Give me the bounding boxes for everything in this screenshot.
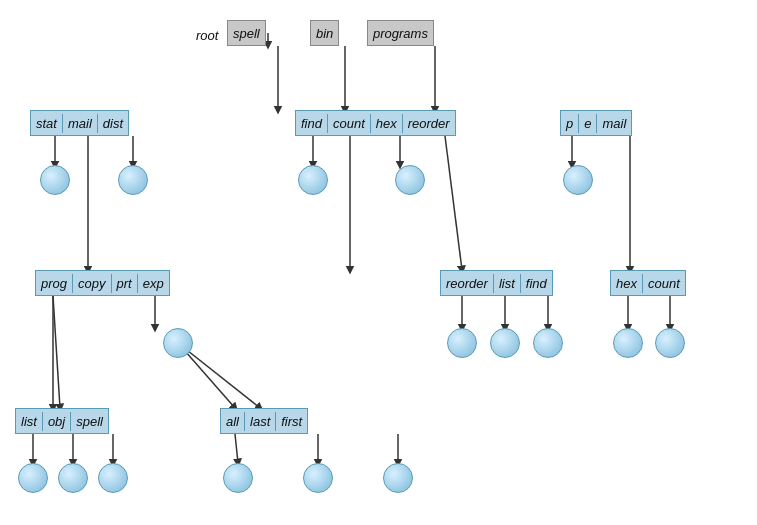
obj-circle	[58, 463, 88, 493]
mail-children-box: prog copy prt exp	[35, 270, 170, 296]
root-label: root	[196, 28, 218, 43]
programs-label: programs	[368, 24, 433, 43]
stat-circle	[40, 165, 70, 195]
exp-children-box: all last first	[220, 408, 308, 434]
dist-label: dist	[98, 114, 128, 133]
spell-children-box: stat mail dist	[30, 110, 129, 136]
dist-circle	[118, 165, 148, 195]
reorder-group-box: reorder list find	[440, 270, 553, 296]
list2-circle	[18, 463, 48, 493]
spell-box: spell	[227, 20, 266, 46]
reorder2-label: reorder	[441, 274, 494, 293]
count2-label: count	[643, 274, 685, 293]
svg-line-15	[178, 343, 260, 408]
first-label: first	[276, 412, 307, 431]
spell-label: spell	[228, 24, 265, 43]
list-circle	[490, 328, 520, 358]
hex-label: hex	[371, 114, 403, 133]
tree-container: root spell bin programs stat mail dist f…	[0, 0, 757, 525]
bin-box: bin	[310, 20, 339, 46]
list2-label: list	[16, 412, 43, 431]
svg-line-28	[53, 296, 60, 408]
bin-label: bin	[311, 24, 338, 43]
find2-label: find	[521, 274, 552, 293]
p-label: p	[561, 114, 579, 133]
find-label: find	[296, 114, 328, 133]
exp-circle	[163, 328, 193, 358]
svg-line-10	[445, 136, 462, 270]
spell2-label: spell	[71, 412, 108, 431]
hex-circle	[395, 165, 425, 195]
first-circle	[383, 463, 413, 493]
obj-label: obj	[43, 412, 71, 431]
prog-label: prog	[36, 274, 73, 293]
copy-label: copy	[73, 274, 111, 293]
count2-circle	[655, 328, 685, 358]
programs-box: programs	[367, 20, 434, 46]
all-label: all	[221, 412, 245, 431]
spell2-circle	[98, 463, 128, 493]
last-label: last	[245, 412, 276, 431]
prt-label: prt	[112, 274, 138, 293]
hex2-label: hex	[611, 274, 643, 293]
prog-children-box: list obj spell	[15, 408, 109, 434]
list-label: list	[494, 274, 521, 293]
exp-label: exp	[138, 274, 169, 293]
hex2-circle	[613, 328, 643, 358]
mail-label: mail	[63, 114, 98, 133]
find2-circle	[533, 328, 563, 358]
all-circle	[223, 463, 253, 493]
programs-children-box: p e mail	[560, 110, 632, 136]
programs-mail-sub-box: hex count	[610, 270, 686, 296]
bin-children-box: find count hex reorder	[295, 110, 456, 136]
reorder-label: reorder	[403, 114, 455, 133]
e-label: e	[579, 114, 597, 133]
mail2-label: mail	[597, 114, 631, 133]
svg-line-19	[235, 434, 238, 463]
reorder2-circle	[447, 328, 477, 358]
find-circle	[298, 165, 328, 195]
count-label: count	[328, 114, 371, 133]
p-circle	[563, 165, 593, 195]
last-circle	[303, 463, 333, 493]
stat-label: stat	[31, 114, 63, 133]
